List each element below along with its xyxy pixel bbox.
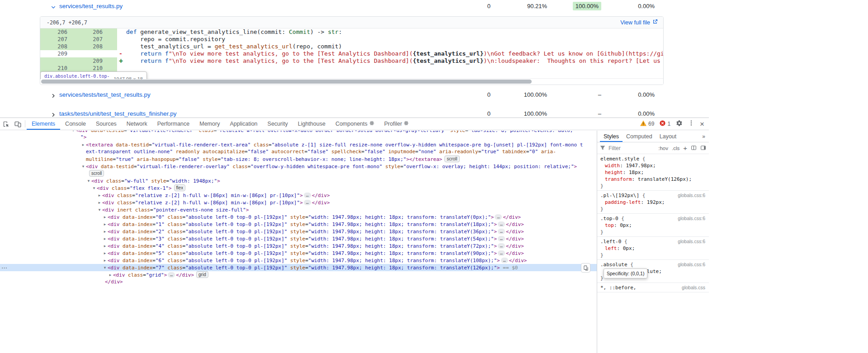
expand-arrow-right-icon[interactable]: ▸ [80,141,86,148]
elements-tree-line[interactable]: scroll [0,170,597,177]
device-toolbar-icon[interactable] [12,118,24,130]
stylesheet-link[interactable]: globals.css [682,284,705,291]
expand-arrow-right-icon[interactable]: ▸ [108,271,113,278]
class-toggle[interactable]: .cls [672,146,679,151]
expand-arrow-right-icon[interactable]: ▸ [97,192,102,199]
elements-tree-line[interactable]: ▸<div class="relative z-[2] h-full w-[86… [0,192,597,199]
devtools-tab-sources[interactable]: Sources [91,118,122,130]
expand-arrow-down-icon[interactable]: ▾ [97,206,102,213]
elements-tree-line[interactable]: ▾<div data-testid="virtual-file-renderer… [0,131,597,134]
css-property[interactable]: height: 18px; [600,169,706,176]
stylesheet-link[interactable]: globals.css:6 [678,192,705,199]
tab-styles[interactable]: Styles [600,131,623,142]
css-property[interactable]: padding-left: 192px; [600,199,706,206]
elements-tree-line[interactable]: ▸<div data-index="2" class="absolute lef… [0,228,597,235]
collapsed-content-ellipsis[interactable]: … [498,243,505,249]
expand-arrow-down-icon[interactable]: ▾ [80,163,86,170]
expand-arrow-right-icon[interactable]: ▸ [97,199,102,206]
collapsed-content-ellipsis[interactable]: … [501,258,508,263]
warnings-counter[interactable]: 69 [640,120,654,128]
scroll-badge[interactable]: scroll [444,155,459,162]
stylesheet-link[interactable]: globals.css:6 [678,261,705,268]
expand-arrow-right-icon[interactable]: ▸ [102,221,108,228]
stylesheet-link[interactable]: globals.css:6 [678,238,705,245]
elements-tree-line[interactable]: ▸<div data-index="6" class="absolute lef… [0,257,597,264]
expand-chevron-icon[interactable] [51,111,56,118]
computed-styles-icon[interactable] [691,145,697,151]
expand-chevron-icon[interactable] [51,92,56,100]
css-property[interactable]: left: 0px; [600,245,706,252]
expand-arrow-right-icon[interactable]: ▸ [102,235,108,242]
elements-tree-line[interactable]: ▸<div data-index="1" class="absolute lef… [0,221,597,228]
collapsed-content-ellipsis[interactable]: … [498,229,505,234]
elements-tree-line[interactable]: ▸<div data-index="4" class="absolute lef… [0,242,597,249]
devtools-tab-components[interactable]: Components [330,118,379,130]
elements-tree-line[interactable]: ▸<div data-index="0" class="absolute lef… [0,213,597,221]
elements-tree-line[interactable]: "> [0,134,597,141]
new-style-rule-button[interactable]: + [683,144,687,152]
element-action-button[interactable] [581,263,590,273]
elements-tree-line[interactable]: ▸<div data-index="5" class="absolute lef… [0,249,597,257]
elements-tree-line[interactable]: ▾<div inert class="pointer-events-none s… [0,206,597,213]
file-link[interactable]: services/tests/test_test_results.py [59,91,151,98]
settings-gear-icon[interactable] [676,120,683,128]
horizontal-scrollbar[interactable] [40,78,663,85]
devtools-tab-console[interactable]: Console [60,118,91,130]
collapsed-content-ellipsis[interactable]: … [495,214,502,220]
scrollbar-thumb[interactable] [41,80,532,84]
errors-counter[interactable]: 1 [660,120,670,128]
devtools-tab-security[interactable]: Security [263,118,293,130]
stylesheet-link[interactable]: globals.css:6 [678,215,705,222]
kebab-menu-icon[interactable] [688,120,694,128]
css-selector[interactable]: .left-0 [600,239,621,245]
css-selector[interactable]: .pl-\[192px\] [600,193,639,198]
css-property[interactable]: transform: translateY(126px); [600,176,706,183]
collapsed-content-ellipsis[interactable]: … [168,272,175,278]
devtools-tab-performance[interactable]: Performance [152,118,195,130]
css-selector[interactable]: .absolute [600,262,627,268]
css-property[interactable]: top: 0px; [600,222,706,229]
elements-tree-line[interactable]: ▾<div data-index="7" class="absolute lef… [0,264,597,271]
expand-arrow-right-icon[interactable]: ▸ [102,228,108,235]
tab-layout[interactable]: Layout [656,131,680,142]
css-property[interactable]: width: 1947.98px; [600,162,706,169]
file-link[interactable]: services/test_results.py [59,3,123,9]
scroll-badge[interactable]: scroll [89,170,104,177]
elements-tree-line[interactable]: ext-transparent outline-none" readonly a… [0,148,597,155]
filter-input[interactable]: Filter [609,145,621,151]
collapsed-content-ellipsis[interactable]: … [304,193,311,198]
close-devtools-icon[interactable]: × [700,120,704,128]
devtools-tab-elements[interactable]: Elements [27,118,60,130]
pseudo-state-toggle[interactable]: :hov [658,146,668,151]
inspect-element-icon[interactable] [0,118,12,130]
elements-tree-line[interactable]: ▾<div class="flex flex-1">flex [0,184,597,192]
elements-tree-line[interactable]: ▸<div data-index="3" class="absolute lef… [0,235,597,242]
dock-panel-icon[interactable] [700,145,706,151]
css-selector[interactable]: .top-0 [600,216,618,221]
expand-arrow-right-icon[interactable]: ▸ [102,242,108,249]
devtools-tab-application[interactable]: Application [225,118,262,130]
elements-tree-line[interactable]: ▾<div data-testid="virtual-file-renderer… [0,163,597,170]
expand-arrow-right-icon[interactable]: ▸ [102,249,108,257]
collapsed-content-ellipsis[interactable]: … [498,236,505,241]
elements-tree-line[interactable]: ▸<div class="grid">…</div>grid [0,271,597,278]
element-more-actions-button[interactable]: ⋯ [1,264,8,271]
expand-arrow-down-icon[interactable]: ▾ [91,184,97,192]
devtools-tab-memory[interactable]: Memory [194,118,225,130]
flex-badge[interactable]: flex [174,184,186,191]
elements-tree-line[interactable]: </div> [0,278,597,286]
grid-badge[interactable]: grid [196,271,208,278]
devtools-tab-network[interactable]: Network [122,118,152,130]
devtools-tab-profiler[interactable]: Profiler [379,118,414,130]
elements-tree-line[interactable]: ▸<div class="relative z-[2] h-full w-[86… [0,199,597,206]
elements-tree-line[interactable]: ▸<textarea data-testid="virtual-file-ren… [0,141,597,148]
expand-arrow-right-icon[interactable]: ▸ [102,213,108,221]
tab-computed[interactable]: Computed [623,131,656,142]
expand-arrow-right-icon[interactable]: ▸ [102,257,108,264]
more-tabs-icon[interactable]: » [702,133,709,140]
css-selector[interactable]: *, ::before, [600,285,636,291]
collapse-chevron-icon[interactable] [51,4,56,12]
expand-arrow-down-icon[interactable]: ▾ [86,177,91,184]
expand-arrow-down-icon[interactable]: ▾ [102,264,108,271]
expand-arrow-down-icon[interactable]: ▾ [71,131,76,134]
